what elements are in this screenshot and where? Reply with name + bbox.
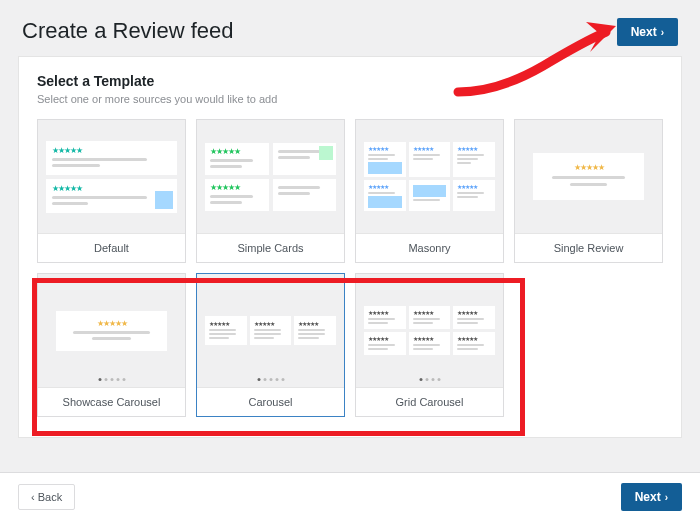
template-thumb: ★★★★★ bbox=[515, 120, 662, 233]
template-card-showcase-carousel[interactable]: ★★★★★ Showcase Carousel bbox=[37, 273, 186, 417]
chevron-right-icon: › bbox=[665, 492, 668, 503]
back-button[interactable]: ‹ Back bbox=[18, 484, 75, 510]
section-title: Select a Template bbox=[37, 73, 663, 89]
template-panel: Select a Template Select one or more sou… bbox=[18, 56, 682, 438]
section-subtitle: Select one or more sources you would lik… bbox=[37, 93, 663, 105]
template-thumb: ★★★★★ ★★★★★ ★★★★★ bbox=[197, 274, 344, 387]
template-thumb: ★★★★★ ★★★★★ bbox=[38, 120, 185, 233]
chevron-right-icon: › bbox=[661, 27, 664, 38]
footer-bar: ‹ Back Next › bbox=[0, 472, 700, 521]
template-label: Grid Carousel bbox=[356, 387, 503, 416]
next-button-top[interactable]: Next › bbox=[617, 18, 678, 46]
chevron-left-icon: ‹ bbox=[31, 491, 35, 503]
next-button-label: Next bbox=[631, 25, 657, 39]
template-label: Showcase Carousel bbox=[38, 387, 185, 416]
template-card-single-review[interactable]: ★★★★★ Single Review bbox=[514, 119, 663, 263]
template-label: Default bbox=[38, 233, 185, 262]
template-card-carousel[interactable]: ★★★★★ ★★★★★ ★★★★★ Carousel bbox=[196, 273, 345, 417]
template-thumb: ★★★★★ ★★★★★ ★★★★★ ★★★★★ ★★★★★ ★★★★★ bbox=[356, 274, 503, 387]
template-card-masonry[interactable]: ★★★★★ ★★★★★ ★★★★★ ★★★★★ ★★★★★ Masonry bbox=[355, 119, 504, 263]
template-label: Single Review bbox=[515, 233, 662, 262]
template-thumb: ★★★★★ bbox=[38, 274, 185, 387]
template-thumb: ★★★★★ ★★★★★ bbox=[197, 120, 344, 233]
template-label: Masonry bbox=[356, 233, 503, 262]
template-grid: ★★★★★ ★★★★★ Default ★★★★★ ★★★★★ Simple C… bbox=[37, 119, 663, 417]
template-card-simple-cards[interactable]: ★★★★★ ★★★★★ Simple Cards bbox=[196, 119, 345, 263]
next-button-label: Next bbox=[635, 490, 661, 504]
next-button-bottom[interactable]: Next › bbox=[621, 483, 682, 511]
page-title: Create a Review feed bbox=[22, 18, 234, 44]
template-label: Simple Cards bbox=[197, 233, 344, 262]
template-card-default[interactable]: ★★★★★ ★★★★★ Default bbox=[37, 119, 186, 263]
template-thumb: ★★★★★ ★★★★★ ★★★★★ ★★★★★ ★★★★★ bbox=[356, 120, 503, 233]
back-button-label: Back bbox=[38, 491, 62, 503]
template-card-grid-carousel[interactable]: ★★★★★ ★★★★★ ★★★★★ ★★★★★ ★★★★★ ★★★★★ Grid… bbox=[355, 273, 504, 417]
template-label: Carousel bbox=[197, 387, 344, 416]
